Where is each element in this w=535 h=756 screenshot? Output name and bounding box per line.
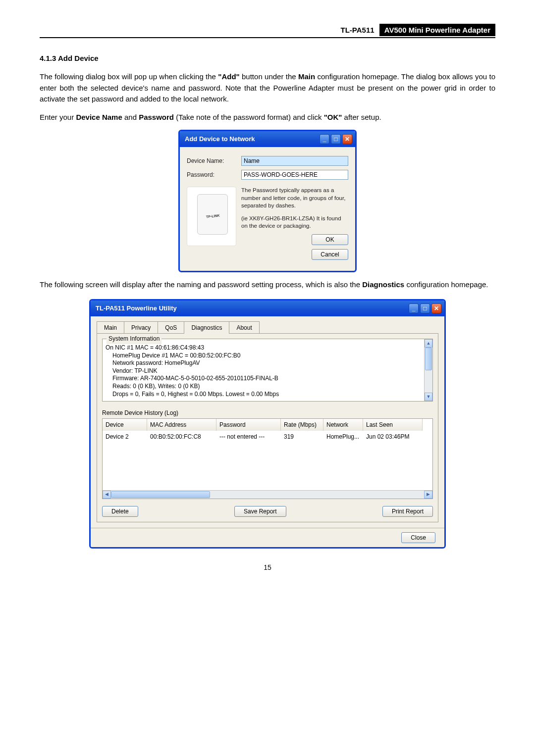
minimize-icon[interactable]: _ bbox=[409, 303, 419, 313]
close-button[interactable]: Close bbox=[401, 532, 435, 543]
horizontal-scrollbar[interactable]: ◀ ▶ bbox=[103, 490, 432, 499]
powerline-utility-window: TL-PA511 Powerline Utility _ □ ✕ Main Pr… bbox=[89, 299, 446, 549]
col-network[interactable]: Network bbox=[323, 419, 363, 431]
col-device[interactable]: Device bbox=[103, 419, 147, 431]
table-row[interactable]: Device 2 00:B0:52:00:FC:C8 --- not enter… bbox=[103, 431, 432, 443]
delete-button[interactable]: Delete bbox=[102, 506, 138, 517]
utility-footer: Close bbox=[91, 528, 444, 547]
device-name-keyword: Device Name bbox=[76, 113, 122, 121]
scroll-down-icon[interactable]: ▼ bbox=[425, 393, 432, 401]
col-mac[interactable]: MAC Address bbox=[147, 419, 216, 431]
maximize-icon[interactable]: □ bbox=[420, 303, 430, 313]
utility-button-row: Delete Save Report Print Report bbox=[102, 506, 433, 517]
print-report-button[interactable]: Print Report bbox=[382, 506, 433, 517]
ok-keyword: "OK" bbox=[324, 113, 342, 121]
hint-line-1: The Password typically appears as a numb… bbox=[241, 187, 348, 210]
sysinfo-line: Firmware: AR-7400-MAC-5-0-5010-02-655-20… bbox=[106, 375, 429, 383]
password-hint: The Password typically appears as a numb… bbox=[241, 187, 348, 260]
ok-button[interactable]: OK bbox=[312, 234, 348, 245]
utility-titlebar[interactable]: TL-PA511 Powerline Utility _ □ ✕ bbox=[91, 301, 444, 316]
device-name-row: Device Name: bbox=[187, 156, 348, 166]
model-code: TL-PA511 bbox=[338, 24, 377, 36]
diagnostics-keyword: Diagnostics bbox=[362, 280, 404, 289]
paragraph-2: Enter your Device Name and Password (Tak… bbox=[40, 112, 495, 123]
cell-rate: 319 bbox=[281, 431, 323, 443]
sysinfo-line: Network password: HomePlugAV bbox=[106, 359, 429, 367]
scroll-thumb[interactable] bbox=[425, 348, 432, 370]
sysinfo-line: Reads: 0 (0 KB), Writes: 0 (0 KB) bbox=[106, 383, 429, 391]
product-pill: TL-PA511 AV500 Mini Powerline Adapter bbox=[338, 25, 495, 36]
add-keyword: "Add" bbox=[218, 72, 239, 81]
maximize-icon[interactable]: □ bbox=[331, 134, 341, 144]
tab-main[interactable]: Main bbox=[97, 321, 124, 334]
col-rate[interactable]: Rate (Mbps) bbox=[281, 419, 323, 431]
sysinfo-line: Drops = 0, Fails = 0, Highest = 0.00 Mbp… bbox=[106, 391, 429, 399]
system-information-legend: System Information bbox=[107, 334, 161, 344]
sysinfo-line: HomePlug Device #1 MAC = 00:B0:52:00:FC:… bbox=[106, 352, 429, 360]
section-number: 4.1.3 bbox=[40, 54, 56, 62]
system-information-box: System Information On NIC #1 MAC = 40:61… bbox=[102, 339, 433, 402]
password-input[interactable] bbox=[241, 170, 348, 180]
cell-password: --- not entered --- bbox=[216, 431, 281, 443]
password-row: Password: bbox=[187, 170, 348, 180]
utility-window-controls: _ □ ✕ bbox=[409, 303, 441, 313]
utility-title: TL-PA511 Powerline Utility bbox=[96, 303, 409, 313]
cell-mac: 00:B0:52:00:FC:C8 bbox=[147, 431, 216, 443]
password-keyword: Password bbox=[139, 113, 174, 121]
col-password[interactable]: Password bbox=[216, 419, 281, 431]
tab-qos[interactable]: QoS bbox=[158, 321, 184, 334]
close-icon[interactable]: ✕ bbox=[431, 303, 441, 313]
section-title: Add Device bbox=[58, 54, 99, 62]
col-last-seen[interactable]: Last Seen bbox=[363, 419, 423, 431]
vertical-scrollbar[interactable]: ▲ ▼ bbox=[424, 339, 432, 401]
window-controls: _ □ ✕ bbox=[320, 134, 352, 144]
tab-about[interactable]: About bbox=[229, 321, 259, 334]
sysinfo-line: On NIC #1 MAC = 40:61:86:C4:98:43 bbox=[106, 344, 429, 352]
history-label: Remote Device History (Log) bbox=[102, 408, 433, 417]
sysinfo-line: Vendor: TP-LINK bbox=[106, 367, 429, 375]
add-device-dialog: Add Device to Network _ □ ✕ Device Name:… bbox=[178, 130, 357, 272]
main-keyword: Main bbox=[298, 72, 315, 81]
system-information-body: On NIC #1 MAC = 40:61:86:C4:98:43 HomePl… bbox=[106, 341, 429, 398]
dialog-titlebar[interactable]: Add Device to Network _ □ ✕ bbox=[180, 131, 355, 147]
device-name-label: Device Name: bbox=[187, 156, 241, 165]
tab-strip: Main Privacy QoS Diagnostics About bbox=[91, 316, 444, 334]
tab-diagnostics[interactable]: Diagnostics bbox=[184, 321, 229, 334]
table-header-row: Device MAC Address Password Rate (Mbps) … bbox=[103, 419, 432, 431]
scroll-up-icon[interactable]: ▲ bbox=[425, 339, 432, 348]
cancel-button[interactable]: Cancel bbox=[312, 249, 348, 260]
scroll-left-icon[interactable]: ◀ bbox=[103, 491, 111, 499]
cell-network: HomePlug... bbox=[323, 431, 363, 443]
save-report-button[interactable]: Save Report bbox=[234, 506, 286, 517]
cell-last-seen: Jun 02 03:46PM bbox=[363, 431, 423, 443]
device-history-table: Device MAC Address Password Rate (Mbps) … bbox=[102, 418, 433, 499]
page-number: 15 bbox=[40, 562, 495, 573]
dialog-title: Add Device to Network bbox=[185, 134, 320, 144]
device-illustration bbox=[187, 187, 236, 246]
page-header: TL-PA511 AV500 Mini Powerline Adapter bbox=[40, 25, 495, 38]
minimize-icon[interactable]: _ bbox=[320, 134, 329, 144]
diagnostics-panel: System Information On NIC #1 MAC = 40:61… bbox=[97, 333, 438, 522]
scroll-thumb[interactable] bbox=[111, 491, 210, 498]
paragraph-1: The following dialog box will pop up whe… bbox=[40, 71, 495, 105]
close-icon[interactable]: ✕ bbox=[342, 134, 352, 144]
cell-device: Device 2 bbox=[103, 431, 147, 443]
product-name: AV500 Mini Powerline Adapter bbox=[379, 24, 495, 36]
scroll-right-icon[interactable]: ▶ bbox=[424, 491, 432, 499]
password-label: Password: bbox=[187, 170, 241, 179]
section-heading: 4.1.3 Add Device bbox=[40, 53, 495, 64]
tab-privacy[interactable]: Privacy bbox=[124, 321, 158, 334]
device-name-input[interactable] bbox=[241, 156, 348, 166]
hint-line-2: (ie XK8Y-GH26-BR1K-LZSA) It is found on … bbox=[241, 215, 348, 230]
paragraph-3: The following screen will display after … bbox=[40, 279, 495, 291]
